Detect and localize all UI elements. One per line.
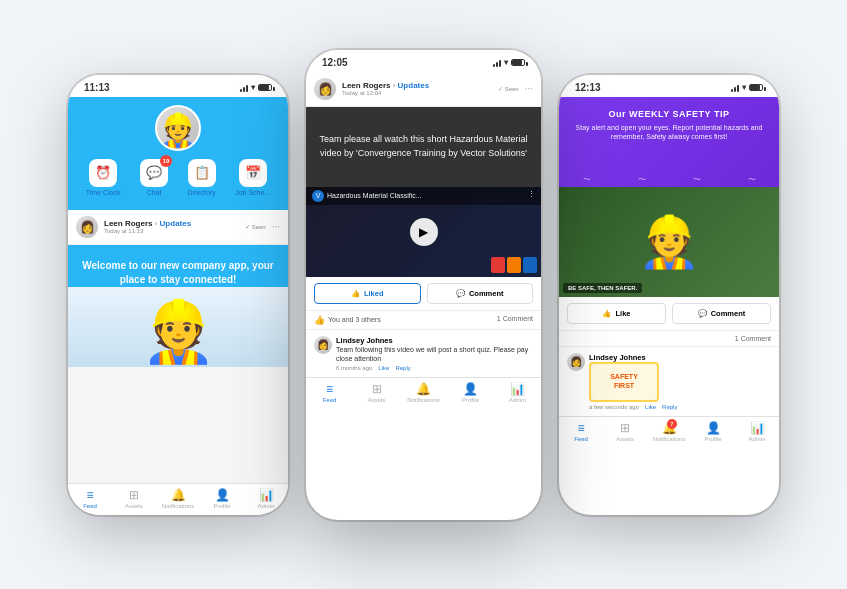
engagement-row-3: 1 Comment <box>559 331 779 347</box>
nav-notifications-2[interactable]: 🔔 Notifications <box>400 382 447 403</box>
notifications-label: Notifications <box>162 503 195 509</box>
like-icon-3: 👍 <box>602 309 611 318</box>
comment-button-2[interactable]: 💬 Comment <box>427 283 534 304</box>
time-1: 11:13 <box>84 82 110 93</box>
battery-icon-3 <box>749 84 763 91</box>
avatar-1: 👷 <box>155 105 201 151</box>
post-seen-1: ✓Seen <box>245 223 266 230</box>
post-info-1: Leen Rogers › Updates Today at 11:13 <box>104 219 239 234</box>
signal-icon-3 <box>731 84 739 92</box>
video-more-icon: ⋮ <box>528 190 535 202</box>
notifications-label-3: Notifications <box>653 436 686 442</box>
nav-profile-3[interactable]: 👤 Profile <box>691 421 735 442</box>
like-label-3: Like <box>615 309 630 318</box>
chat-icon-item[interactable]: 💬 19 Chat <box>140 159 168 196</box>
feed-icon-3: ≡ <box>577 421 584 435</box>
comment-label-2: Comment <box>469 289 504 298</box>
comment-like-2[interactable]: Like <box>378 365 389 371</box>
comment-reply-3[interactable]: Reply <box>662 404 677 410</box>
comment-reply-2[interactable]: Reply <box>395 365 410 371</box>
nav-profile-2[interactable]: 👤 Profile <box>447 382 494 403</box>
post-text-2: Team please all watch this short Hazardo… <box>318 133 529 160</box>
status-icons-2: ▾ <box>493 58 525 67</box>
nav-admin-2[interactable]: 📊 Admin <box>494 382 541 403</box>
liked-button[interactable]: 👍 Liked <box>314 283 421 304</box>
post-time-2: Today at 12:04 <box>342 90 492 96</box>
post-header-1: 👩 Leen Rogers › Updates Today at 11:13 ✓… <box>68 210 288 245</box>
nav-admin-1[interactable]: 📊 Admin <box>244 488 288 509</box>
bottom-nav-3: ≡ Feed ⊞ Assets 🔔 7 Notifications 👤 Prof… <box>559 416 779 448</box>
profile-icon: 👤 <box>215 488 230 502</box>
assets-icon: ⊞ <box>129 488 139 502</box>
assets-icon-2: ⊞ <box>372 382 382 396</box>
thumb-up-icon: 👍 <box>314 315 325 325</box>
nav-admin-3[interactable]: 📊 Admin <box>735 421 779 442</box>
bottom-nav-1: ≡ Feed ⊞ Assets 🔔 Notifications 👤 Profil… <box>68 483 288 515</box>
post-avatar-2: 👩 <box>314 78 336 100</box>
nav-feed-1[interactable]: ≡ Feed <box>68 488 112 509</box>
nav-feed-2[interactable]: ≡ Feed <box>306 382 353 403</box>
timeclock-icon-item[interactable]: ⏰ Time Clock <box>86 159 121 196</box>
like-button-3[interactable]: 👍 Like <box>567 303 666 324</box>
safety-tip-card: Our WEEKLY SAFETY TIP Stay alert and ope… <box>559 97 779 187</box>
profile-label-2: Profile <box>462 397 479 403</box>
hazmat-can-1 <box>491 257 505 273</box>
post-avatar-1: 👩 <box>76 216 98 238</box>
video-thumbnail[interactable]: V Hazardous Material Classific... ⋮ ▶ <box>306 187 541 277</box>
liked-icon: 👍 <box>351 289 360 298</box>
comment-section-3: 👩 Lindsey Johnes SAFETYFIRST a few secon… <box>559 347 779 416</box>
post-more-1[interactable]: ··· <box>272 221 280 232</box>
profile-label: Profile <box>213 503 230 509</box>
feed-label: Feed <box>83 503 97 509</box>
comment-time-3: a few seconds ago <box>589 404 639 410</box>
nav-notifications-3[interactable]: 🔔 7 Notifications <box>647 421 691 442</box>
post-content-2: Team please all watch this short Hazardo… <box>306 107 541 187</box>
admin-icon: 📊 <box>259 488 274 502</box>
admin-label-3: Admin <box>748 436 765 442</box>
action-buttons-3: 👍 Like 💬 Comment <box>559 297 779 331</box>
post-author-1: Leen Rogers › Updates <box>104 219 239 228</box>
assets-label-2: Assets <box>367 397 385 403</box>
phone1-feed: 👩 Leen Rogers › Updates Today at 11:13 ✓… <box>68 210 288 483</box>
worker-image: 👷 <box>68 287 288 367</box>
nav-notifications-1[interactable]: 🔔 Notifications <box>156 488 200 509</box>
phones-container: 11:13 ▾ 👷 ⏰ Time Clock � <box>38 50 809 540</box>
comment-item-2: 👩 Lindsey Johnes Team following this vid… <box>314 336 533 371</box>
nav-assets-3[interactable]: ⊞ Assets <box>603 421 647 442</box>
comment-body-3: Lindsey Johnes SAFETYFIRST a few seconds… <box>589 353 771 410</box>
comment-section-2: 👩 Lindsey Johnes Team following this vid… <box>306 330 541 377</box>
play-button[interactable]: ▶ <box>410 218 438 246</box>
wifi-icon-3: ▾ <box>742 83 746 92</box>
chat-box[interactable]: 💬 19 <box>140 159 168 187</box>
jobsche-icon-item[interactable]: 📅 Job Sche... <box>235 159 270 196</box>
directory-icon-item[interactable]: 📋 Directory <box>188 159 216 196</box>
post-info-2: Leen Rogers › Updates Today at 12:04 <box>342 81 492 96</box>
comment-icon-3: 💬 <box>698 309 707 318</box>
nav-profile-1[interactable]: 👤 Profile <box>200 488 244 509</box>
feed-label-2: Feed <box>323 397 337 403</box>
battery-icon-2 <box>511 59 525 66</box>
signal-icon-1 <box>240 84 248 92</box>
status-bar-1: 11:13 ▾ <box>68 75 288 97</box>
post-more-2[interactable]: ··· <box>525 83 533 94</box>
post-seen-2: ✓Seen <box>498 85 519 92</box>
welcome-card: Welcome to our new company app, your pla… <box>68 245 288 287</box>
notifications-label-2: Notifications <box>407 397 440 403</box>
comment-item-3: 👩 Lindsey Johnes SAFETYFIRST a few secon… <box>567 353 771 410</box>
chat-label: Chat <box>147 189 162 196</box>
comment-like-3[interactable]: Like <box>645 404 656 410</box>
squiggle-decorations: 〜〜〜〜 <box>559 174 779 185</box>
jobsche-box[interactable]: 📅 <box>239 159 267 187</box>
wifi-icon-2: ▾ <box>504 58 508 67</box>
liked-label: Liked <box>364 289 384 298</box>
time-3: 12:13 <box>575 82 601 93</box>
nav-assets-2[interactable]: ⊞ Assets <box>353 382 400 403</box>
status-icons-1: ▾ <box>240 83 272 92</box>
timeclock-box[interactable]: ⏰ <box>89 159 117 187</box>
phone-1: 11:13 ▾ 👷 ⏰ Time Clock � <box>68 75 288 515</box>
comment-button-3[interactable]: 💬 Comment <box>672 303 771 324</box>
directory-label: Directory <box>188 189 216 196</box>
nav-feed-3[interactable]: ≡ Feed <box>559 421 603 442</box>
directory-box[interactable]: 📋 <box>188 159 216 187</box>
nav-assets-1[interactable]: ⊞ Assets <box>112 488 156 509</box>
